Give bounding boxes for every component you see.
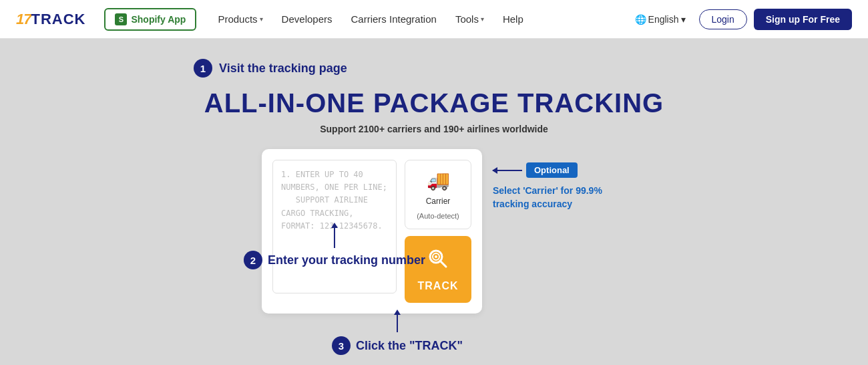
step1-section: 1 Visit the tracking page (194, 59, 674, 86)
carrier-label: Carrier (426, 197, 451, 207)
track-search-icon (426, 247, 450, 276)
step3-text: Click the "TRACK" (356, 339, 463, 353)
step1-label-row: 1 Visit the tracking page (194, 59, 674, 78)
carriers-label: Carriers Integration (351, 13, 436, 25)
step2-circle: 2 (244, 251, 262, 269)
optional-arrow (493, 170, 522, 171)
track-label: TRACK (418, 280, 459, 292)
tracking-right-panel: 🚚 Carrier (Auto-detect) (405, 160, 471, 303)
nav-developers[interactable]: Developers (274, 8, 341, 30)
svg-line-1 (440, 261, 446, 267)
optional-description: Select 'Carrier' for 99.9% tracking accu… (493, 185, 606, 211)
page-subtitle: Support 2100+ carriers and 190+ airlines… (320, 124, 548, 134)
nav-carriers[interactable]: Carriers Integration (343, 8, 444, 30)
logo-track: TRACK (31, 11, 85, 28)
shopify-app-label: Shopify App (131, 14, 186, 25)
step1-text: Visit the tracking page (219, 62, 347, 76)
page-title: ALL-IN-ONE PACKAGE TRACKING (204, 88, 664, 118)
logo[interactable]: 17 TRACK (16, 11, 85, 28)
developers-label: Developers (282, 13, 333, 25)
optional-badge-row: Optional (493, 162, 606, 178)
optional-badge: Optional (526, 162, 578, 178)
step3-area: 3 Click the "TRACK" (332, 314, 536, 355)
track-button[interactable]: TRACK (405, 236, 471, 303)
tools-label: Tools (455, 13, 479, 25)
products-chevron: ▾ (260, 15, 263, 23)
globe-icon: 🌐 (635, 14, 646, 25)
language-chevron: ▾ (681, 14, 686, 25)
step3-block: 3 Click the "TRACK" (332, 314, 463, 355)
login-button[interactable]: Login (699, 9, 747, 29)
carrier-select-button[interactable]: 🚚 Carrier (Auto-detect) (405, 160, 471, 229)
step1-circle: 1 (194, 59, 212, 78)
tracking-textarea[interactable] (272, 160, 397, 293)
main-content: 1 Visit the tracking page ALL-IN-ONE PAC… (0, 39, 868, 365)
svg-point-3 (435, 255, 437, 258)
step3-arrow (397, 314, 398, 332)
shopify-icon: S (115, 13, 127, 25)
nav-actions: 🌐 English ▾ Login Sign up For Free (628, 9, 852, 30)
signup-button[interactable]: Sign up For Free (754, 9, 852, 30)
content-body: 1 Visit the tracking page ALL-IN-ONE PAC… (27, 59, 841, 355)
nav-links: Products ▾ Developers Carriers Integrati… (210, 8, 628, 30)
nav-tools[interactable]: Tools ▾ (447, 8, 492, 30)
nav-help[interactable]: Help (495, 8, 531, 30)
optional-annotation: Optional Select 'Carrier' for 99.9% trac… (493, 149, 606, 211)
shopify-app-button[interactable]: S Shopify App (104, 8, 196, 31)
help-label: Help (503, 13, 523, 25)
tracking-widget: 2 Enter your tracking number 🚚 Carrier (… (262, 149, 482, 314)
tracking-input-area: 2 Enter your tracking number (272, 160, 397, 303)
tools-chevron: ▾ (481, 15, 484, 23)
truck-icon: 🚚 (427, 168, 450, 193)
products-label: Products (218, 13, 257, 25)
step3-label-row: 3 Click the "TRACK" (332, 336, 463, 355)
nav-products[interactable]: Products ▾ (210, 8, 270, 30)
navbar: 17 TRACK S Shopify App Products ▾ Develo… (0, 0, 868, 39)
logo-17: 17 (16, 11, 31, 28)
language-label: English (648, 14, 679, 25)
language-selector[interactable]: 🌐 English ▾ (628, 9, 692, 30)
step3-circle: 3 (332, 336, 351, 355)
carrier-sub-label: (Auto-detect) (417, 211, 459, 221)
full-widget-area: 2 Enter your tracking number 🚚 Carrier (… (262, 149, 606, 314)
